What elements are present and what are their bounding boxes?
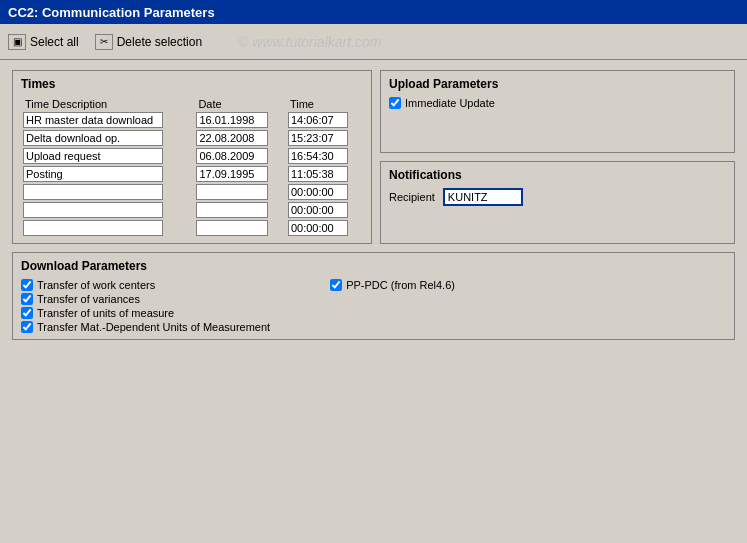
download-left-item: Transfer Mat.-Dependent Units of Measure… — [21, 321, 270, 333]
recipient-row: Recipient — [389, 188, 726, 206]
download-item-label-right: PP-PDC (from Rel4.6) — [346, 279, 455, 291]
delete-selection-button[interactable]: ✂ Delete selection — [95, 34, 202, 50]
recipient-label: Recipient — [389, 191, 435, 203]
download-grid: Transfer of work centersTransfer of vari… — [21, 279, 726, 333]
col-header-time: Time — [286, 97, 363, 111]
select-all-icon: ▣ — [8, 34, 26, 50]
times-panel: Times Time Description Date Time — [12, 70, 372, 244]
time-date-input[interactable] — [196, 148, 268, 164]
download-item-label: Transfer of variances — [37, 293, 140, 305]
time-description-input[interactable] — [23, 202, 163, 218]
time-date-input[interactable] — [196, 220, 268, 236]
delete-selection-label: Delete selection — [117, 35, 202, 49]
time-time-input[interactable] — [288, 220, 348, 236]
download-checkbox[interactable] — [21, 321, 33, 333]
upload-panel: Upload Parameters Immediate Update — [380, 70, 735, 153]
notifications-panel: Notifications Recipient — [380, 161, 735, 244]
download-panel-title: Download Parameters — [21, 259, 726, 273]
immediate-update-row: Immediate Update — [389, 97, 726, 109]
time-date-input[interactable] — [196, 112, 268, 128]
time-description-input[interactable] — [23, 112, 163, 128]
time-time-input[interactable] — [288, 148, 348, 164]
table-row — [21, 111, 363, 129]
download-left-item: Transfer of work centers — [21, 279, 270, 291]
time-time-input[interactable] — [288, 112, 348, 128]
times-table: Time Description Date Time — [21, 97, 363, 237]
time-time-input[interactable] — [288, 184, 348, 200]
delete-icon: ✂ — [95, 34, 113, 50]
watermark-text: © www.tutorialkart.com — [238, 34, 381, 50]
download-checkbox-right[interactable] — [330, 279, 342, 291]
download-item-label: Transfer Mat.-Dependent Units of Measure… — [37, 321, 270, 333]
table-row — [21, 183, 363, 201]
table-row — [21, 147, 363, 165]
top-panels: Times Time Description Date Time Upload … — [12, 70, 735, 244]
time-description-input[interactable] — [23, 184, 163, 200]
toolbar: ▣ Select all ✂ Delete selection © www.tu… — [0, 24, 747, 60]
table-row — [21, 201, 363, 219]
time-date-input[interactable] — [196, 130, 268, 146]
main-content: Times Time Description Date Time Upload … — [0, 60, 747, 543]
select-all-label: Select all — [30, 35, 79, 49]
time-description-input[interactable] — [23, 166, 163, 182]
download-item-label: Transfer of work centers — [37, 279, 155, 291]
download-left-item: Transfer of units of measure — [21, 307, 270, 319]
time-time-input[interactable] — [288, 166, 348, 182]
download-col-right: PP-PDC (from Rel4.6) — [330, 279, 455, 333]
download-checkbox[interactable] — [21, 307, 33, 319]
download-item-label: Transfer of units of measure — [37, 307, 174, 319]
col-header-description: Time Description — [21, 97, 194, 111]
recipient-input[interactable] — [443, 188, 523, 206]
notifications-panel-title: Notifications — [389, 168, 726, 182]
time-time-input[interactable] — [288, 130, 348, 146]
download-left-item: Transfer of variances — [21, 293, 270, 305]
table-row — [21, 129, 363, 147]
download-col-left: Transfer of work centersTransfer of vari… — [21, 279, 270, 333]
download-panel: Download Parameters Transfer of work cen… — [12, 252, 735, 340]
times-panel-title: Times — [21, 77, 363, 91]
download-checkbox[interactable] — [21, 293, 33, 305]
table-row — [21, 165, 363, 183]
time-description-input[interactable] — [23, 220, 163, 236]
time-date-input[interactable] — [196, 202, 268, 218]
time-description-input[interactable] — [23, 148, 163, 164]
title-bar: CC2: Communication Parameters — [0, 0, 747, 24]
immediate-update-label: Immediate Update — [405, 97, 495, 109]
time-time-input[interactable] — [288, 202, 348, 218]
title-text: CC2: Communication Parameters — [8, 5, 215, 20]
download-right-item: PP-PDC (from Rel4.6) — [330, 279, 455, 291]
time-date-input[interactable] — [196, 184, 268, 200]
time-date-input[interactable] — [196, 166, 268, 182]
col-header-date: Date — [194, 97, 286, 111]
download-checkbox[interactable] — [21, 279, 33, 291]
select-all-button[interactable]: ▣ Select all — [8, 34, 79, 50]
table-row — [21, 219, 363, 237]
time-description-input[interactable] — [23, 130, 163, 146]
immediate-update-checkbox[interactable] — [389, 97, 401, 109]
upload-panel-title: Upload Parameters — [389, 77, 726, 91]
